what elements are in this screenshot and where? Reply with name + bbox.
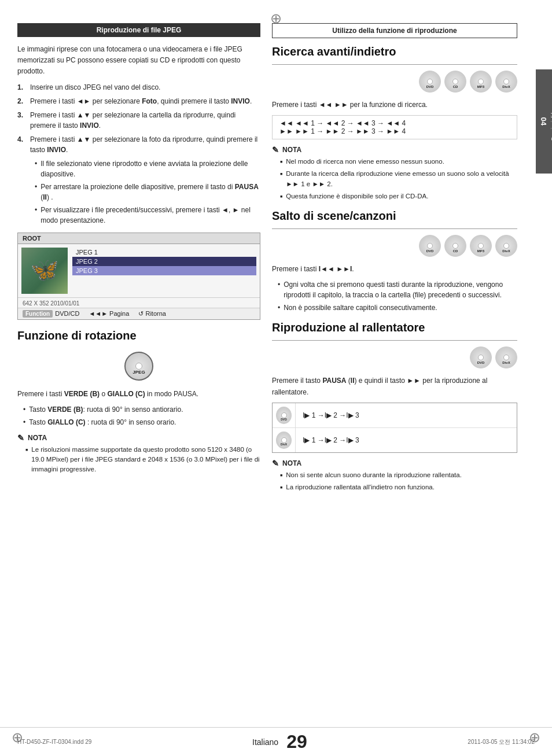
- scene-divider: [272, 228, 517, 229]
- scene-title: Salto di scene/canzoni: [272, 209, 517, 223]
- usage-header: Utilizzo della funzione di riproduzione: [272, 23, 517, 38]
- step4-bullet-2: Per arrestare la proiezione delle diapos…: [29, 182, 260, 202]
- scene-disc-cd: CD: [444, 235, 466, 257]
- file-browser-root-label: ROOT: [18, 233, 260, 244]
- rotation-nota-1: Le risoluzioni massime supportate da que…: [17, 445, 260, 475]
- file-browser-content: 🦋 JPEG 1 JPEG 2 JPEG 3: [18, 244, 260, 297]
- step4-bullet-3: Per visualizzare i file precedenti/succe…: [29, 205, 260, 226]
- bottom-bar: HT-D450-ZF-IT-0304.indd 29 Italiano 29 2…: [0, 727, 552, 756]
- jpeg-badge-container: JPEG: [17, 348, 260, 384]
- search-divider: [272, 64, 517, 65]
- disc-cd: CD: [444, 71, 466, 93]
- scene-bullet-2: Non è possibile saltare capitoli consecu…: [272, 303, 517, 313]
- rotation-title: Funzione di rotazione: [17, 329, 260, 342]
- step-2: 2. Premere i tasti ◄► per selezionare Fo…: [17, 96, 260, 106]
- step-3: 3. Premere i tasti ▲▼ per selezionare la…: [17, 110, 260, 131]
- jpeg-intro: Le immagini riprese con una fotocamera o…: [17, 44, 260, 78]
- disc-mp3: MP3: [470, 71, 492, 93]
- file-list: JPEG 1 JPEG 2 JPEG 3: [72, 248, 256, 294]
- right-column: Utilizzo della funzione di riproduzione …: [272, 23, 535, 677]
- slow-row-divx: DivX I▶ 1 →I▶ 2 →I▶ 3: [273, 428, 517, 452]
- disc-divx: DivX: [495, 71, 517, 93]
- step-4-bullets: Il file selezionato viene riprodotto e v…: [17, 158, 260, 226]
- slow-nota-title: NOTA: [272, 459, 517, 468]
- file-item-1[interactable]: JPEG 1: [72, 248, 256, 257]
- page-number: 29: [286, 731, 307, 753]
- slow-divider: [272, 340, 517, 341]
- footer-page: ◄◄► Pagina: [89, 310, 129, 318]
- search-nota-1: Nel modo di ricerca non viene emesso nes…: [272, 157, 517, 167]
- file-info: 642 X 352 2010/01/01: [18, 297, 260, 308]
- rotation-bullet-1: Tasto VERDE (B): ruota di 90° in senso a…: [17, 404, 260, 415]
- file-browser-footer: Function DVD/CD ◄◄► Pagina ↺ Ritorna: [18, 308, 260, 319]
- jpeg-section-header: Riproduzione di file JPEG: [17, 23, 260, 37]
- search-nota-title: NOTA: [272, 145, 517, 154]
- chapter-number: 04: [539, 117, 548, 126]
- jpeg-disc-icon: JPEG: [124, 352, 153, 381]
- slow-nota-1: Non si sente alcun suono durante la ripr…: [272, 470, 517, 480]
- slow-divx-seq: I▶ 1 →I▶ 2 →I▶ 3: [296, 433, 366, 448]
- footer-function: Function DVD/CD: [23, 310, 79, 318]
- rotation-bullet-2: Tasto GIALLO (C) : ruota di 90° in senso…: [17, 417, 260, 427]
- footer-date: 2011-03-05 오전 11:34:02: [468, 738, 535, 746]
- content-area: Riproduzione di file JPEG Le immagini ri…: [0, 0, 552, 694]
- search-nota: NOTA Nel modo di ricerca non viene emess…: [272, 145, 517, 201]
- rotation-nota: NOTA Le risoluzioni massime supportate d…: [17, 433, 260, 475]
- left-column: Riproduzione di file JPEG Le immagini ri…: [17, 23, 260, 677]
- page-language: Italiano: [252, 737, 278, 747]
- scene-desc: Premere i tasti I◄◄ ►►I.: [272, 264, 517, 275]
- slow-divx-icon: DivX: [273, 428, 296, 452]
- rotation-nota-title: NOTA: [17, 433, 260, 442]
- step4-bullet-1: Il file selezionato viene riprodotto e v…: [29, 158, 260, 179]
- file-item-3[interactable]: JPEG 3: [72, 266, 256, 275]
- slow-desc: Premere il tasto PAUSA (II) e quindi il …: [272, 375, 517, 397]
- scene-disc-dvd: DVD: [419, 235, 441, 257]
- slow-table: DVD I▶ 1 →I▶ 2 →I▶ 3 DivX I▶ 1 →I▶ 2 →I: [272, 403, 517, 453]
- page-number-area: Italiano 29: [252, 731, 307, 753]
- chapter-tab: 04 Funzioni di base: [536, 69, 552, 174]
- disc-dvd: DVD: [419, 71, 441, 93]
- slow-dvd-icon: DVD: [273, 403, 296, 427]
- slow-nota: NOTA Non si sente alcun suono durante la…: [272, 459, 517, 493]
- scene-disc-icons: DVD CD MP3 DivX: [272, 235, 517, 257]
- scene-disc-mp3: MP3: [470, 235, 492, 257]
- slow-disc-dvd: DVD: [470, 346, 492, 368]
- footer-return: ↺ Ritorna: [138, 310, 166, 318]
- page-container: ⊕ ⊕ ⊕ 04 Funzioni di base Riproduzione d…: [0, 0, 552, 756]
- crosshair-top-icon: ⊕: [270, 10, 282, 27]
- search-disc-icons: DVD CD MP3 DivX: [272, 71, 517, 93]
- slow-disc-divx: DivX: [495, 346, 517, 368]
- slow-dvd-seq: I▶ 1 →I▶ 2 →I▶ 3: [296, 408, 366, 423]
- search-title: Ricerca avanti/indietro: [272, 45, 517, 58]
- slow-disc-icons: DVD DivX: [272, 346, 517, 368]
- file-item-2[interactable]: JPEG 2: [72, 257, 256, 266]
- slow-nota-2: La riproduzione rallentata all'indietro …: [272, 482, 517, 492]
- rotation-desc: Premere i tasti VERDE (B) o GIALLO (C) i…: [17, 389, 260, 400]
- file-thumbnail: 🦋: [21, 248, 68, 294]
- slow-title: Riproduzione al rallentatore: [272, 321, 517, 334]
- search-nota-2: Durante la ricerca della riproduzione vi…: [272, 169, 517, 189]
- scene-disc-divx: DivX: [495, 235, 517, 257]
- step-4: 4. Premere i tasti ▲▼ per selezionare la…: [17, 134, 260, 155]
- slow-row-dvd: DVD I▶ 1 →I▶ 2 →I▶ 3: [273, 403, 517, 428]
- step-1: 1. Inserire un disco JPEG nel vano del d…: [17, 82, 260, 93]
- scene-bullet-1: Ogni volta che si premono questi tasti d…: [272, 279, 517, 300]
- search-nota-3: Questa funzione è disponibile solo per i…: [272, 191, 517, 201]
- file-browser: ROOT 🦋 JPEG 1 JPEG 2 JPEG 3 642 X 352 20…: [17, 233, 260, 320]
- rewind-sequence: ◄◄ ◄◄ 1 → ◄◄ 2 → ◄◄ 3 → ◄◄ 4 ►► ►► 1 → ►…: [272, 115, 517, 139]
- footer-file: HT-D450-ZF-IT-0304.indd 29: [17, 739, 91, 745]
- butterfly-icon: 🦋: [30, 256, 59, 283]
- search-desc: Premere i tasti ◄◄ ►► per la funzione di…: [272, 99, 517, 110]
